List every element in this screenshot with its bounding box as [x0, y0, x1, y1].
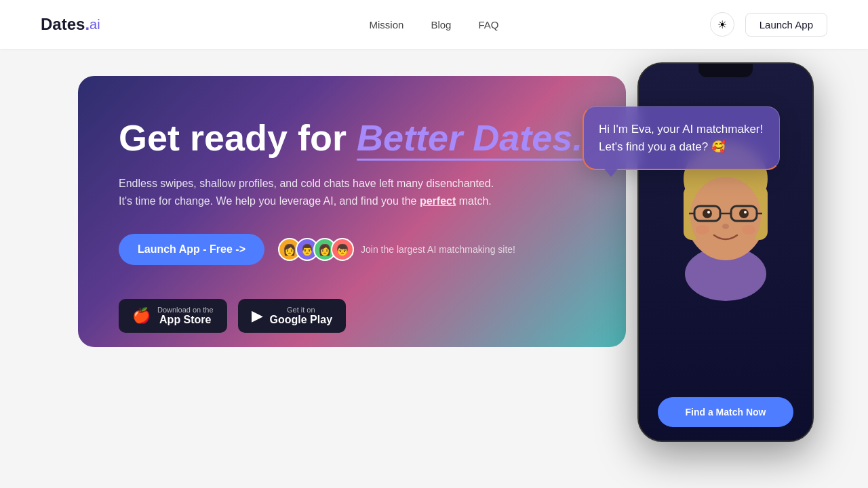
join-text: Join the largest AI matchmaking site! [361, 244, 515, 255]
play-icon: ▶ [252, 307, 263, 325]
svg-point-16 [722, 224, 729, 229]
playstore-large-text: Google Play [270, 314, 332, 326]
header: Dates.ai Mission Blog FAQ ☀ Launch App [0, 0, 868, 49]
main-nav: Mission Blog FAQ [367, 14, 502, 36]
find-match-button[interactable]: Find a Match Now [658, 397, 793, 427]
svg-point-6 [690, 177, 761, 256]
launch-app-header-button[interactable]: Launch App [745, 13, 827, 37]
playstore-button[interactable]: ▶ Get it on Google Play [238, 299, 346, 333]
sun-icon: ☀ [717, 18, 727, 31]
hero-subtitle-line2: It's time for change. We help you levera… [119, 195, 416, 207]
playstore-text: Get it on Google Play [270, 306, 332, 326]
chat-bubble-tail [604, 169, 618, 177]
appstore-large-text: App Store [157, 314, 214, 326]
appstore-small-text: Download on the [157, 306, 214, 314]
phone-notch [698, 64, 753, 77]
header-right: ☀ Launch App [710, 12, 827, 37]
svg-point-12 [703, 209, 712, 218]
logo-dates-text: Dates [41, 15, 85, 34]
playstore-small-text: Get it on [270, 306, 332, 314]
avatars-row: 👩 👨 👩 👦 Join the largest AI matchmaking … [278, 238, 515, 261]
avatar-stack: 👩 👨 👩 👦 [278, 238, 354, 261]
store-buttons: 🍎 Download on the App Store ▶ Get it on … [119, 299, 585, 333]
hero-title-prefix: Get ready for [119, 117, 357, 158]
hero-subtitle-bold: perfect [420, 195, 456, 207]
hero-title: Get ready for Better Dates. [119, 117, 585, 159]
hero-card: Get ready for Better Dates. Endless swip… [78, 76, 626, 347]
avatar-4: 👦 [331, 238, 354, 261]
logo-dot: . [85, 15, 90, 34]
nav-faq[interactable]: FAQ [475, 14, 501, 36]
theme-toggle-button[interactable]: ☀ [710, 12, 734, 37]
hero-title-highlight: Better Dates. [357, 117, 583, 158]
apple-icon: 🍎 [132, 307, 151, 325]
launch-free-button[interactable]: Launch App - Free -> [119, 234, 264, 265]
svg-point-17 [696, 225, 709, 235]
svg-point-18 [742, 225, 755, 235]
svg-point-13 [739, 209, 749, 218]
logo: Dates.ai [41, 15, 100, 34]
svg-point-14 [707, 211, 710, 214]
cta-row: Launch App - Free -> 👩 👨 👩 👦 Join the la… [119, 234, 585, 265]
main-content: Get ready for Better Dates. Endless swip… [0, 49, 868, 488]
hero-subtitle: Endless swipes, shallow profiles, and co… [119, 175, 526, 209]
appstore-button[interactable]: 🍎 Download on the App Store [119, 299, 227, 333]
nav-blog[interactable]: Blog [428, 14, 454, 36]
appstore-text: Download on the App Store [157, 306, 214, 326]
hero-subtitle-line1: Endless swipes, shallow profiles, and co… [119, 178, 494, 189]
hero-subtitle-end: match. [459, 195, 492, 207]
chat-bubble-text: Hi I'm Eva, your AI matchmaker! Let's fi… [599, 121, 764, 155]
nav-mission[interactable]: Mission [367, 14, 407, 36]
chat-bubble: Hi I'm Eva, your AI matchmaker! Let's fi… [583, 106, 780, 169]
svg-point-15 [744, 211, 747, 214]
logo-ai-text: ai [90, 17, 100, 33]
